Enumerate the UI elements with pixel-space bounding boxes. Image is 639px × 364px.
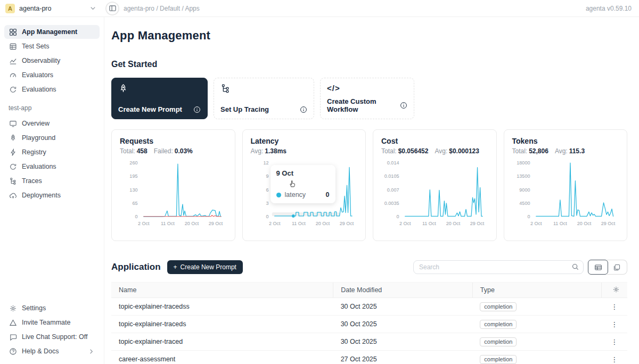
sidebar-item-overview[interactable]: Overview: [4, 117, 100, 130]
sidebar-item-label: Evaluations: [22, 86, 56, 93]
table-row[interactable]: career-assessment27 Oct 2025completion⋮: [111, 351, 627, 364]
type-cell: completion: [472, 333, 601, 351]
sidebar-item-test-sets[interactable]: Test Sets: [4, 39, 100, 53]
svg-text:29 Oct: 29 Oct: [339, 221, 354, 226]
create-custom-workflow-card[interactable]: </> Create Custom Workflow: [320, 78, 414, 119]
create-new-prompt-card[interactable]: Create New Prompt: [111, 78, 208, 119]
chat-icon: [9, 333, 17, 341]
sidebar-item-live-chat-support-off[interactable]: Live Chat Support: Off: [4, 330, 100, 344]
bolt-icon: [9, 148, 17, 156]
cycle-icon: [9, 85, 17, 94]
row-menu-kebab-icon[interactable]: ⋮: [602, 298, 627, 316]
svg-text:0.007: 0.007: [387, 187, 399, 193]
svg-text:260: 260: [129, 160, 137, 166]
svg-text:0: 0: [135, 214, 137, 219]
row-menu-kebab-icon[interactable]: ⋮: [602, 333, 627, 351]
tokens-chart: 18000135009000450002 Oct11 Oct20 Oct29 O…: [512, 158, 619, 231]
sidebar: App ManagementTest SetsObservabilityEval…: [0, 17, 104, 364]
requests-card: Requests Total:458Failed:0.03% 260195130…: [111, 129, 235, 241]
applications-table: Name Date Modified Type topic-explainer-…: [111, 282, 627, 364]
svg-text:0.0105: 0.0105: [384, 173, 399, 179]
app-name-cell[interactable]: topic-explainer-traceds: [111, 316, 333, 333]
sidebar-item-label: App Management: [22, 28, 77, 36]
svg-text:0: 0: [266, 214, 268, 219]
stat-title: Requests: [120, 137, 227, 145]
table-settings-gear-icon[interactable]: [602, 283, 627, 298]
svg-text:130: 130: [129, 187, 137, 193]
workspace-avatar: A: [5, 4, 15, 13]
stat-title: Cost: [381, 137, 488, 145]
svg-text:20 Oct: 20 Oct: [446, 221, 461, 226]
svg-text:195: 195: [129, 173, 137, 179]
version-label: agenta v0.59.10: [586, 5, 632, 12]
table-row[interactable]: topic-explainer-traceds30 Oct 2025comple…: [111, 316, 627, 333]
sidebar-item-app-management[interactable]: App Management: [4, 25, 100, 39]
sidebar-item-evaluations[interactable]: Evaluations: [4, 82, 100, 96]
sidebar-item-label: Deployments: [22, 192, 61, 199]
search-input[interactable]: [413, 260, 584, 274]
svg-text:11 Oct: 11 Oct: [553, 221, 567, 226]
stat-title: Tokens: [512, 137, 619, 145]
stat-title: Latency: [251, 137, 358, 145]
sidebar-item-playground[interactable]: Playground: [4, 131, 100, 145]
sidebar-item-help-docs[interactable]: Help & Docs: [4, 344, 100, 358]
main-content: App Management Get Started Create New Pr…: [104, 17, 639, 364]
type-cell: completion: [472, 351, 601, 364]
table-row[interactable]: topic-explainer-traced30 Oct 2025complet…: [111, 333, 627, 351]
sidebar-toggle-button[interactable]: [105, 2, 119, 15]
create-new-prompt-button[interactable]: + Create New Prompt: [167, 260, 243, 274]
sidebar-item-settings[interactable]: Settings: [4, 301, 100, 315]
svg-text:11 Oct: 11 Oct: [291, 221, 305, 226]
card-label: Set Up Tracing: [220, 105, 269, 113]
column-header-name[interactable]: Name: [111, 283, 333, 298]
sidebar-item-evaluations[interactable]: Evaluations: [4, 160, 100, 173]
app-name-cell[interactable]: career-assessment: [111, 351, 333, 364]
svg-text:0.0035: 0.0035: [384, 201, 399, 206]
card-view-button[interactable]: [607, 260, 627, 275]
code-icon: </>: [327, 84, 407, 93]
column-header-type[interactable]: Type: [472, 283, 601, 298]
info-icon[interactable]: [400, 102, 407, 109]
sidebar-item-label: Evaluators: [22, 71, 53, 79]
sidebar-item-label: Invite Teammate: [22, 319, 70, 326]
column-header-date[interactable]: Date Modified: [333, 283, 473, 298]
info-icon[interactable]: [193, 106, 201, 113]
sidebar-bottom-nav: SettingsInvite TeammateLive Chat Support…: [4, 301, 100, 359]
svg-text:20 Oct: 20 Oct: [577, 221, 591, 226]
svg-text:0.014: 0.014: [387, 160, 399, 166]
gear-icon: [9, 304, 17, 312]
tooltip-date: 9 Oct: [276, 169, 330, 177]
sidebar-item-label: Settings: [22, 304, 46, 312]
top-bar: A agenta-pro agenta-pro / Default / Apps…: [0, 0, 639, 17]
latency-card: Latency Avg:1.38ms 1296302 Oct11 Oct20 O…: [242, 129, 366, 241]
breadcrumb[interactable]: agenta-pro / Default / Apps: [124, 5, 200, 12]
set-up-tracing-card[interactable]: Set Up Tracing: [214, 78, 314, 119]
svg-text:20 Oct: 20 Oct: [185, 221, 199, 226]
chevron-down-icon: [89, 4, 97, 12]
row-menu-kebab-icon[interactable]: ⋮: [602, 316, 627, 333]
sidebar-item-observability[interactable]: Observability: [4, 54, 100, 68]
app-name-cell[interactable]: topic-explainer-tracedss: [111, 298, 333, 316]
table-view-button[interactable]: [588, 260, 608, 275]
workspace-selector[interactable]: A agenta-pro: [5, 4, 104, 13]
requests-chart: 2601951306502 Oct11 Oct20 Oct29 Oct: [120, 158, 227, 231]
row-menu-kebab-icon[interactable]: ⋮: [602, 351, 627, 364]
svg-text:2 Oct: 2 Oct: [138, 221, 150, 226]
sidebar-item-registry[interactable]: Registry: [4, 145, 100, 159]
trend-icon: [9, 56, 17, 65]
stat-summary: Total:458Failed:0.03%: [120, 147, 227, 155]
sidebar-item-traces[interactable]: Traces: [4, 174, 100, 188]
sidebar-item-invite-teammate[interactable]: Invite Teammate: [4, 316, 100, 329]
sidebar-item-evaluators[interactable]: Evaluators: [4, 68, 100, 82]
sidebar-item-label: Observability: [22, 57, 60, 64]
sidebar-item-deployments[interactable]: Deployments: [4, 188, 100, 202]
info-icon[interactable]: [300, 106, 307, 113]
series-dot: [276, 193, 281, 197]
application-heading: Application: [111, 262, 161, 272]
app-name-cell[interactable]: topic-explainer-traced: [111, 333, 333, 351]
type-badge: completion: [480, 302, 517, 311]
sidebar-main-nav: App ManagementTest SetsObservabilityEval…: [4, 24, 100, 97]
table-row[interactable]: topic-explainer-tracedss30 Oct 2025compl…: [111, 298, 627, 316]
plus-icon: +: [174, 263, 177, 271]
cost-chart: 0.0140.01050.0070.003502 Oct11 Oct20 Oct…: [381, 158, 488, 231]
